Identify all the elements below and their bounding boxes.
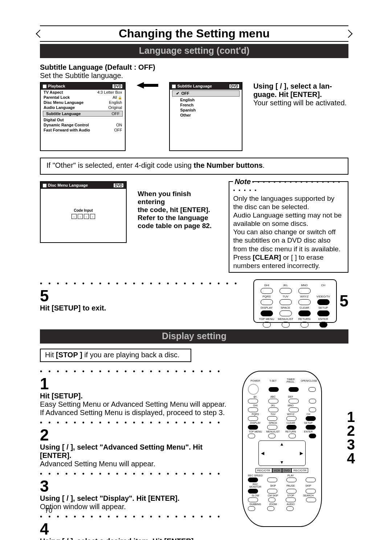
dpad-left-icon[interactable]: ◀: [261, 451, 264, 456]
num-6-button[interactable]: [298, 288, 311, 294]
rf-ch-dn[interactable]: [309, 407, 316, 412]
rf-recspeed[interactable]: [248, 478, 258, 482]
tab-dvd[interactable]: DVD: [282, 468, 292, 473]
rf-dubbing[interactable]: [248, 506, 255, 511]
topmenu-button[interactable]: [263, 322, 271, 328]
openclose-button[interactable]: [309, 387, 316, 392]
rf-num-4[interactable]: [248, 407, 258, 412]
rf-enter[interactable]: [309, 434, 316, 438]
rf-n3-2: WXYZ: [283, 413, 298, 415]
rf-n5-2: RETURN: [283, 430, 298, 433]
display-button[interactable]: [261, 310, 273, 316]
rf-num-6[interactable]: [289, 407, 299, 412]
rf-rew[interactable]: [267, 478, 277, 482]
rf-display[interactable]: [248, 425, 258, 430]
rf-setup[interactable]: [306, 425, 316, 430]
rf-ch-up[interactable]: [309, 399, 316, 403]
rf-clear[interactable]: [286, 425, 297, 430]
menulist-button[interactable]: [282, 322, 290, 328]
rp-r3c1: SPACE: [278, 306, 293, 309]
step-4-head: Using [ / ], select a desired item. Hit …: [40, 537, 228, 540]
rf-search[interactable]: [306, 498, 316, 502]
pb-row-7-r: OFF: [114, 128, 122, 132]
code-menu-tag: DVD: [113, 183, 124, 188]
timerprog-button[interactable]: [289, 387, 299, 392]
dpad-down-icon[interactable]: ▼: [280, 460, 284, 465]
other-bold: the Number buttons: [194, 161, 263, 169]
dpad-right-icon[interactable]: ▶: [300, 451, 303, 456]
dpad[interactable]: ▲ ▼ ◀ ▶: [258, 440, 306, 466]
num-7-button[interactable]: [261, 299, 273, 305]
rf-topmenu[interactable]: [248, 434, 255, 438]
note-l4a: Press: [233, 253, 253, 261]
rf-n2-1: JKL: [265, 404, 281, 407]
note-label: Note: [233, 178, 252, 186]
tset-button[interactable]: [269, 387, 279, 392]
power-button[interactable]: [248, 384, 259, 395]
num-5-button[interactable]: [279, 288, 292, 294]
clear-button[interactable]: [298, 310, 311, 316]
dotted-separator: • • • • • • • • • • • • • • • • • • • • …: [40, 470, 228, 477]
rp-r4c2: RETURN: [297, 317, 312, 321]
rf-recmonitor[interactable]: [248, 489, 258, 494]
rp-r1c1: JKL: [278, 284, 293, 287]
video-tv-button[interactable]: [317, 299, 330, 305]
rf-num-7[interactable]: [248, 416, 258, 421]
playback-menu-osd: Playback DVD TV Aspect4:3 Letter Box Par…: [40, 82, 126, 151]
hit-stop-box: Hit [STOP ] if you are playing back a di…: [40, 349, 191, 362]
dotted-separator: • • • • • • • • • • • • • • • • • • • • …: [40, 419, 228, 426]
code-instructions: When you finish entering the code, hit […: [138, 181, 218, 230]
rf-num-3[interactable]: [289, 399, 299, 403]
num-9-button[interactable]: [298, 299, 311, 305]
return-button[interactable]: [301, 322, 309, 328]
step-4-number: 4: [40, 521, 228, 537]
setup-button[interactable]: [317, 310, 330, 316]
enter-button[interactable]: [319, 322, 327, 328]
rf-return[interactable]: [289, 434, 296, 438]
rf-num-1[interactable]: [248, 399, 258, 403]
rf-skip-b[interactable]: [267, 489, 277, 494]
pb-row-7-l: Fast Forward with Audio: [44, 128, 90, 132]
rp-r2c1: TUV: [278, 295, 293, 298]
pb-row-4-r: OFF: [111, 111, 119, 116]
tab-recotr-l[interactable]: REC/OTR: [256, 468, 272, 473]
sub-item-4: Other: [173, 113, 191, 117]
rf-slow[interactable]: [248, 498, 258, 502]
rf-cmskip[interactable]: [268, 498, 275, 502]
step-2-number: 2: [40, 427, 228, 443]
rf-top-1: T-SET: [265, 379, 281, 382]
sel-lang-line1: Using [ / ], select a lan-: [253, 82, 332, 90]
num-8-button[interactable]: [279, 299, 292, 305]
rf-n3-0: PQRS: [248, 413, 263, 415]
rf-n1-0: @!.: [248, 395, 263, 398]
num-4-button[interactable]: [261, 288, 273, 294]
rf-zoom[interactable]: [267, 506, 274, 511]
rf-num-0[interactable]: [267, 425, 277, 430]
tab-vcr[interactable]: VCR: [272, 468, 282, 473]
rp-r3c3: SETUP: [316, 306, 331, 309]
rf-audio[interactable]: [286, 506, 294, 511]
dpad-up-icon[interactable]: ▲: [280, 442, 284, 447]
rf-videotv[interactable]: [306, 416, 316, 421]
rf-b2-3: SKIP: [301, 484, 316, 487]
rf-num-8[interactable]: [267, 416, 277, 421]
rf-menulist[interactable]: [268, 434, 275, 438]
rf-skip-f[interactable]: [306, 489, 316, 494]
num-0-button[interactable]: [279, 310, 292, 316]
code-input-osd: Disc Menu Language DVD Code Input ----: [40, 181, 127, 243]
rf-n5-3: ENTER: [301, 430, 316, 433]
pb-row-3-l: Audio Language: [44, 105, 75, 110]
rp-r3c2: CLEAR: [297, 306, 312, 309]
other-prefix: If "Other" is selected, enter 4-digit co…: [46, 161, 194, 169]
rf-play[interactable]: [286, 478, 297, 482]
rf-pause[interactable]: [286, 489, 297, 494]
subtitle-submenu-osd: Subtitle Language DVD ✔OFF English Frenc…: [169, 82, 242, 151]
rf-num-2[interactable]: [268, 399, 278, 403]
rf-ff[interactable]: [306, 478, 316, 482]
rp-r3c0: DISPLAY: [259, 306, 274, 309]
rf-num-9[interactable]: [286, 416, 297, 421]
tab-recotr-r[interactable]: REC/OTR: [291, 468, 308, 473]
rf-num-5[interactable]: [268, 407, 278, 412]
rf-stop[interactable]: [286, 498, 296, 502]
rf-b3-1: CM SKIP: [265, 494, 281, 497]
